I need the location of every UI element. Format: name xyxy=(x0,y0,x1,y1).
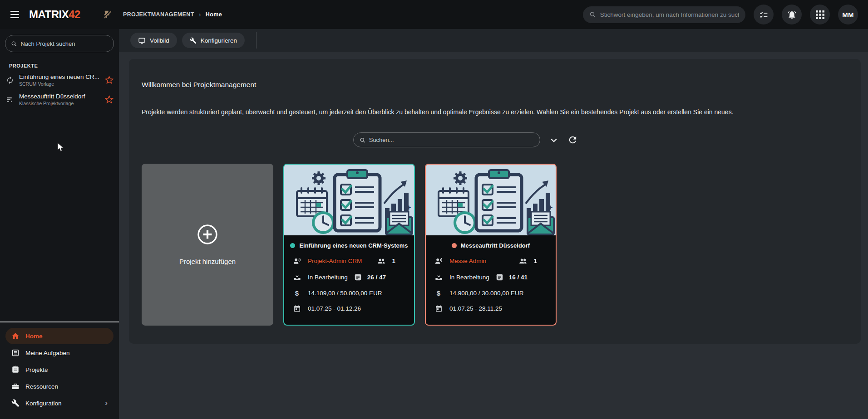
fullscreen-button[interactable]: Vollbild xyxy=(130,33,177,48)
project-budget: 14.109,00 / 50.000,00 EUR xyxy=(308,290,382,297)
tasks-doc-icon xyxy=(354,273,362,281)
nav-label: Home xyxy=(25,333,43,340)
members-icon xyxy=(377,257,386,265)
member-count: 1 xyxy=(392,258,395,264)
expand-filter-button[interactable] xyxy=(549,136,558,145)
project-admin[interactable]: Messe Admin xyxy=(449,258,486,264)
project-card-title: Einführung eines neuen CRM-Systems xyxy=(299,242,408,249)
task-progress: 26 / 47 xyxy=(367,274,386,281)
breadcrumb: PROJEKTMANAGEMENT › Home xyxy=(123,11,222,18)
hamburger-menu-icon[interactable] xyxy=(0,0,29,29)
dates-row: 01.07.25 - 28.11.25 xyxy=(434,305,548,312)
checklist-icon xyxy=(759,10,769,19)
tasks-checklist-button[interactable] xyxy=(754,5,774,24)
add-project-card[interactable]: Projekt hinzufügen xyxy=(142,164,273,326)
monitor-icon xyxy=(138,37,146,44)
sidebar-item-konfiguration[interactable]: Konfiguration › xyxy=(5,395,113,411)
add-project-label: Projekt hinzufügen xyxy=(179,258,236,265)
project-template: SCRUM Vorlage xyxy=(19,81,100,87)
fullscreen-label: Vollbild xyxy=(150,37,169,44)
nav-label: Meine Aufgaben xyxy=(25,350,70,356)
project-filter-row xyxy=(142,132,848,147)
clipboard-icon xyxy=(11,365,20,374)
tasks-doc-icon xyxy=(496,273,503,281)
plus-circle-icon xyxy=(197,224,218,245)
clipboard-glyph xyxy=(335,170,380,231)
project-card-crm[interactable]: + + xyxy=(283,164,415,326)
admin-row: Messe Admin 1 xyxy=(434,257,548,265)
breadcrumb-app[interactable]: PROJEKTMANAGEMENT xyxy=(123,11,194,18)
envelope-glyph xyxy=(528,212,554,234)
scrum-cycle-icon xyxy=(6,76,14,84)
dates-row: 01.07.25 - 01.12.26 xyxy=(292,305,406,312)
logo-text-42: 42 xyxy=(69,8,80,20)
task-list-icon xyxy=(11,349,20,357)
notifications-button[interactable] xyxy=(782,5,802,24)
dollar-icon: $ xyxy=(434,289,444,297)
projects-section-title: PROJEKTE xyxy=(9,63,119,68)
avatar-initials: MM xyxy=(842,11,854,19)
sidebar-item-ressourcen[interactable]: Ressourcen xyxy=(5,378,113,395)
wrench-icon xyxy=(11,399,20,407)
apps-grid-button[interactable] xyxy=(810,5,830,24)
app-logo[interactable]: MATRIX42 xyxy=(29,8,80,21)
user-avatar[interactable]: MM xyxy=(838,5,858,24)
project-status: In Bearbeitung xyxy=(449,274,489,281)
breadcrumb-page[interactable]: Home xyxy=(206,11,222,18)
status-row: In Bearbeitung 16 / 41 xyxy=(434,273,548,282)
wrench-icon xyxy=(190,37,197,44)
project-name: Messeauftritt Düsseldorf xyxy=(19,93,100,100)
sidebar-spacer xyxy=(0,109,119,322)
topbar: MATRIX42 PROJEKTMANAGEMENT › Home xyxy=(0,0,868,29)
sidebar-project-messe[interactable]: Messeauftritt Düsseldorf Klassische Proj… xyxy=(0,90,119,109)
project-name: Einführung eines neuen CR... xyxy=(19,73,100,80)
sidebar-project-crm[interactable]: Einführung eines neuen CR... SCRUM Vorla… xyxy=(0,70,119,90)
home-icon xyxy=(11,332,20,340)
inbox-tray-icon xyxy=(292,273,302,282)
sidebar-item-projekte[interactable]: Projekte xyxy=(5,361,113,378)
refresh-button[interactable] xyxy=(567,135,578,145)
toolbar-divider xyxy=(256,32,256,49)
nav-label: Projekte xyxy=(25,366,48,373)
project-filter-input[interactable] xyxy=(369,136,534,143)
status-dot xyxy=(290,243,295,248)
sidebar: PROJEKTE Einführung eines neuen CR... SC… xyxy=(0,29,119,419)
chevron-right-icon: › xyxy=(105,399,108,408)
favorite-star-icon[interactable] xyxy=(105,76,113,84)
unpin-icon[interactable] xyxy=(102,10,111,19)
toolbox-icon xyxy=(11,382,20,390)
global-search-input[interactable] xyxy=(600,11,739,18)
global-search[interactable] xyxy=(583,6,745,23)
project-search-input[interactable] xyxy=(21,40,108,47)
members-icon xyxy=(519,257,528,265)
search-icon xyxy=(11,40,17,47)
project-illustration: + + xyxy=(426,165,556,235)
calendar-icon xyxy=(292,305,302,312)
clipboard-glyph xyxy=(476,170,522,231)
configure-button[interactable]: Konfigurieren xyxy=(182,33,245,48)
action-toolbar: Vollbild Konfigurieren xyxy=(119,29,868,52)
project-card-messe[interactable]: + + xyxy=(425,164,557,326)
project-cards: Projekt hinzufügen xyxy=(142,164,848,326)
project-dates: 01.07.25 - 01.12.26 xyxy=(308,305,361,312)
speaker-person-icon xyxy=(292,257,302,265)
nav-label: Ressourcen xyxy=(25,383,58,390)
project-search[interactable] xyxy=(5,35,114,52)
refresh-icon xyxy=(567,135,578,145)
page-title: Willkommen bei Projektmanagement xyxy=(142,59,848,89)
project-admin[interactable]: Projekt-Admin CRM xyxy=(308,258,362,264)
favorite-star-icon[interactable] xyxy=(105,95,113,104)
project-card-title: Messeauftritt Düsseldorf xyxy=(461,242,530,249)
nav-label: Konfiguration xyxy=(25,400,62,407)
speaker-person-icon xyxy=(434,257,444,265)
project-dates: 01.07.25 - 28.11.25 xyxy=(449,305,502,312)
content-panel: Willkommen bei Projektmanagement Projekt… xyxy=(129,59,861,344)
app-shell: PROJEKTE Einführung eines neuen CR... SC… xyxy=(0,29,868,419)
calendar-icon xyxy=(434,305,444,312)
main-area: Vollbild Konfigurieren Willkommen bei Pr… xyxy=(119,29,868,419)
project-filter-search[interactable] xyxy=(353,132,540,147)
project-budget: 14.900,00 / 30.000,00 EUR xyxy=(449,290,524,297)
sidebar-item-meine-aufgaben[interactable]: Meine Aufgaben xyxy=(5,345,113,361)
project-status: In Bearbeitung xyxy=(308,274,348,281)
sidebar-item-home[interactable]: Home xyxy=(5,328,113,344)
